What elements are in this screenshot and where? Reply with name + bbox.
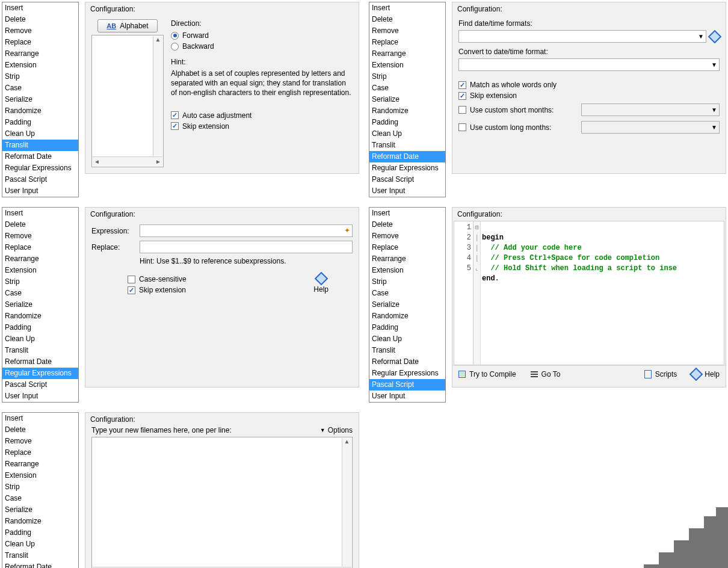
list-item[interactable]: Padding: [369, 117, 445, 128]
list-item[interactable]: Padding: [2, 117, 78, 128]
list-item[interactable]: Serialize: [2, 94, 78, 105]
list-item[interactable]: Rearrange: [369, 253, 445, 265]
list-item[interactable]: Case: [2, 493, 78, 504]
check-skip-extension[interactable]: Skip extension: [128, 285, 313, 295]
list-item[interactable]: User Input: [369, 390, 445, 402]
check-skip-extension[interactable]: Skip extension: [171, 121, 353, 132]
list-item[interactable]: Delete: [2, 14, 78, 25]
list-item[interactable]: Rearrange: [369, 48, 445, 60]
list-item[interactable]: Reformat Date: [2, 561, 78, 568]
list-item[interactable]: Clean Up: [369, 333, 445, 345]
list-item[interactable]: Pascal Script: [2, 379, 78, 390]
list-item[interactable]: Remove: [369, 230, 445, 242]
alphabet-button[interactable]: AB Alphabet: [97, 19, 157, 32]
check-case-sensitive[interactable]: Case-sensitive: [128, 274, 313, 285]
try-compile-button[interactable]: Try to Compile: [458, 370, 516, 378]
list-item[interactable]: Translit: [2, 550, 78, 561]
list-item[interactable]: Clean Up: [369, 128, 445, 140]
help-icon[interactable]: [316, 274, 326, 283]
list-item[interactable]: Serialize: [369, 94, 445, 105]
fold-marks[interactable]: ⊟│││⌞: [474, 221, 481, 365]
goto-button[interactable]: Go To: [531, 370, 561, 378]
list-item[interactable]: Regular Expressions: [369, 368, 445, 379]
list-item[interactable]: Regular Expressions: [2, 368, 78, 379]
list-item[interactable]: Padding: [369, 322, 445, 333]
list-item[interactable]: Clean Up: [2, 128, 78, 140]
radio-backward[interactable]: Backward: [171, 41, 353, 52]
check-match-whole-words[interactable]: Match as whole words only: [458, 79, 720, 90]
check-skip-extension[interactable]: Skip extension: [458, 90, 720, 101]
list-item[interactable]: Reformat Date: [369, 356, 445, 368]
list-item[interactable]: Case: [2, 82, 78, 94]
list-item[interactable]: Serialize: [2, 299, 78, 310]
list-item[interactable]: Strip: [2, 481, 78, 493]
expression-input[interactable]: [140, 224, 353, 237]
rule-list[interactable]: InsertDeleteRemoveReplaceRearrangeExtens…: [2, 412, 79, 568]
list-item[interactable]: Pascal Script: [2, 174, 78, 185]
list-item[interactable]: Randomize: [2, 105, 78, 117]
list-item[interactable]: Case: [2, 288, 78, 299]
list-item[interactable]: User Input: [2, 185, 78, 197]
list-item[interactable]: Clean Up: [2, 539, 78, 550]
list-item[interactable]: Case: [369, 82, 445, 94]
list-item[interactable]: Replace: [2, 242, 78, 253]
list-item[interactable]: Translit: [369, 345, 445, 356]
scrollbar[interactable]: ◄►: [93, 156, 162, 166]
replace-input[interactable]: [140, 241, 353, 253]
list-item[interactable]: Translit: [2, 140, 78, 151]
list-item[interactable]: Insert: [369, 2, 445, 14]
list-item[interactable]: Regular Expressions: [2, 162, 78, 174]
help-button[interactable]: Help: [691, 369, 720, 379]
scrollbar[interactable]: ▲: [153, 36, 162, 156]
list-item[interactable]: Pascal Script: [369, 379, 445, 390]
list-item[interactable]: Insert: [2, 2, 78, 14]
help-icon[interactable]: [710, 32, 720, 42]
check-custom-long-months[interactable]: Use custom long months:: [458, 122, 573, 133]
find-formats-combo[interactable]: ▼: [458, 30, 706, 43]
list-item[interactable]: Pascal Script: [369, 174, 445, 185]
list-item[interactable]: Delete: [369, 219, 445, 230]
scrollbar[interactable]: ▲: [342, 438, 351, 566]
list-item[interactable]: Strip: [369, 276, 445, 288]
rule-list[interactable]: InsertDeleteRemoveReplaceRearrangeExtens…: [369, 2, 446, 197]
list-item[interactable]: Extension: [369, 265, 445, 276]
list-item[interactable]: Rearrange: [2, 458, 78, 470]
list-item[interactable]: Replace: [2, 37, 78, 48]
list-item[interactable]: Randomize: [369, 105, 445, 117]
list-item[interactable]: Extension: [2, 60, 78, 71]
convert-format-combo[interactable]: ▼: [458, 58, 720, 71]
rule-list[interactable]: InsertDeleteRemoveReplaceRearrangeExtens…: [2, 2, 79, 197]
list-item[interactable]: Reformat Date: [369, 151, 445, 162]
alphabet-textarea[interactable]: ▲ ◄►: [91, 35, 164, 167]
list-item[interactable]: Strip: [2, 276, 78, 288]
list-item[interactable]: Extension: [2, 265, 78, 276]
list-item[interactable]: Case: [369, 288, 445, 299]
list-item[interactable]: Replace: [369, 37, 445, 48]
list-item[interactable]: Padding: [2, 322, 78, 333]
list-item[interactable]: Remove: [2, 230, 78, 242]
help-label[interactable]: Help: [313, 285, 329, 294]
radio-forward[interactable]: Forward: [171, 30, 353, 41]
rule-list[interactable]: InsertDeleteRemoveReplaceRearrangeExtens…: [369, 207, 446, 403]
list-item[interactable]: Remove: [2, 25, 78, 37]
list-item[interactable]: Replace: [2, 447, 78, 458]
list-item[interactable]: Translit: [369, 140, 445, 151]
list-item[interactable]: Delete: [369, 14, 445, 25]
list-item[interactable]: Rearrange: [2, 48, 78, 60]
filenames-textarea[interactable]: ▲ ◄►: [91, 437, 353, 568]
list-item[interactable]: User Input: [369, 185, 445, 197]
rule-list[interactable]: InsertDeleteRemoveReplaceRearrangeExtens…: [2, 207, 79, 403]
list-item[interactable]: Clean Up: [2, 333, 78, 345]
check-auto-case[interactable]: Auto case adjustment: [171, 110, 353, 121]
list-item[interactable]: Translit: [2, 345, 78, 356]
list-item[interactable]: Extension: [369, 60, 445, 71]
list-item[interactable]: Strip: [369, 71, 445, 82]
list-item[interactable]: Delete: [2, 424, 78, 436]
list-item[interactable]: Remove: [369, 25, 445, 37]
list-item[interactable]: Padding: [2, 527, 78, 539]
list-item[interactable]: Insert: [2, 413, 78, 424]
code-editor[interactable]: 12345 ⊟│││⌞ begin // Add your code here …: [454, 221, 724, 365]
list-item[interactable]: Regular Expressions: [369, 162, 445, 174]
list-item[interactable]: Serialize: [369, 299, 445, 310]
list-item[interactable]: Reformat Date: [2, 151, 78, 162]
